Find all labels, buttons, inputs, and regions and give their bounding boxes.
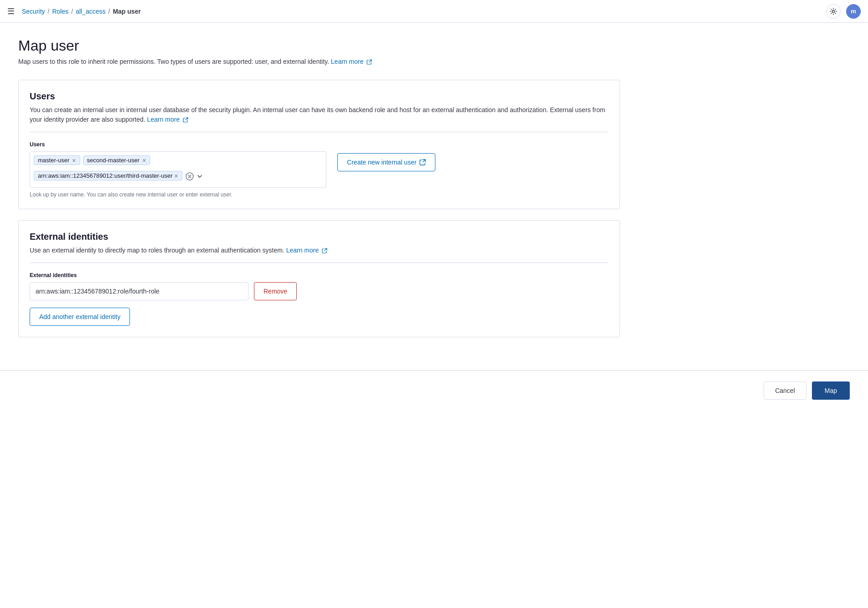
- tag-second-master-user-remove[interactable]: ×: [142, 157, 146, 164]
- breadcrumb-sep-3: /: [108, 8, 110, 15]
- external-identities-card-description: Use an external identity to directly map…: [30, 246, 609, 255]
- ext-identities-section-label: External identities: [30, 272, 609, 278]
- input-controls: [185, 172, 203, 181]
- users-card: Users You can create an internal user in…: [18, 80, 620, 209]
- hamburger-icon[interactable]: ☰: [7, 6, 15, 16]
- breadcrumb-all-access[interactable]: all_access: [76, 8, 105, 15]
- users-card-divider: [30, 132, 609, 132]
- nav-right: m: [826, 4, 861, 19]
- add-another-external-identity-button[interactable]: Add another external identity: [30, 308, 130, 326]
- users-input-row: master-user × second-master-user × arn:a…: [30, 151, 609, 188]
- create-new-internal-user-button[interactable]: Create new internal user: [337, 153, 435, 171]
- tag-third-master-user: arn:aws:iam::123456789012:user/third-mas…: [34, 171, 182, 180]
- page-description: Map users to this role to inherit role p…: [18, 58, 620, 65]
- external-identities-card: External identities Use an external iden…: [18, 220, 620, 337]
- tag-master-user: master-user ×: [34, 155, 80, 165]
- tag-third-master-user-remove[interactable]: ×: [175, 173, 178, 179]
- ext-identities-card-divider: [30, 263, 609, 263]
- map-button[interactable]: Map: [812, 381, 850, 400]
- nav-bar: ☰ Security / Roles / all_access / Map us…: [0, 0, 868, 23]
- users-external-link-icon: [183, 117, 188, 123]
- breadcrumb-sep-2: /: [71, 8, 73, 15]
- user-avatar[interactable]: m: [846, 4, 861, 19]
- dropdown-chevron[interactable]: [196, 173, 203, 180]
- svg-point-0: [832, 10, 835, 12]
- remove-button[interactable]: Remove: [254, 282, 297, 300]
- create-user-external-link-icon: [419, 159, 426, 165]
- users-multi-select[interactable]: master-user × second-master-user × arn:a…: [30, 151, 326, 188]
- breadcrumb-sep-1: /: [48, 8, 50, 15]
- gear-icon: [830, 8, 837, 15]
- breadcrumb-roles[interactable]: Roles: [52, 8, 68, 15]
- ext-identity-input[interactable]: [30, 282, 248, 300]
- breadcrumb-map-user: Map user: [113, 8, 140, 15]
- users-section-label: Users: [30, 141, 609, 148]
- users-learn-more-link[interactable]: Learn more: [147, 116, 188, 123]
- ext-external-link-icon: [322, 248, 327, 253]
- breadcrumb-security[interactable]: Security: [22, 8, 45, 15]
- page-title: Map user: [18, 37, 620, 54]
- clear-all-button[interactable]: [185, 172, 194, 181]
- tag-second-master-user: second-master-user ×: [83, 155, 150, 165]
- footer: Cancel Map: [0, 370, 868, 411]
- cancel-button[interactable]: Cancel: [764, 381, 806, 400]
- users-card-description: You can create an internal user in inter…: [30, 105, 609, 124]
- main-content: Map user Map users to this role to inher…: [0, 23, 638, 363]
- users-input-hint: Look up by user name. You can also creat…: [30, 191, 609, 198]
- breadcrumb: Security / Roles / all_access / Map user: [22, 8, 141, 15]
- external-identities-card-title: External identities: [30, 232, 609, 242]
- page-learn-more-link[interactable]: Learn more: [331, 58, 372, 65]
- ext-identity-row: Remove: [30, 282, 609, 300]
- external-link-icon: [367, 59, 372, 65]
- users-card-title: Users: [30, 91, 609, 102]
- ext-learn-more-link[interactable]: Learn more: [286, 247, 327, 254]
- tag-master-user-remove[interactable]: ×: [72, 157, 76, 164]
- settings-icon-button[interactable]: [826, 4, 841, 19]
